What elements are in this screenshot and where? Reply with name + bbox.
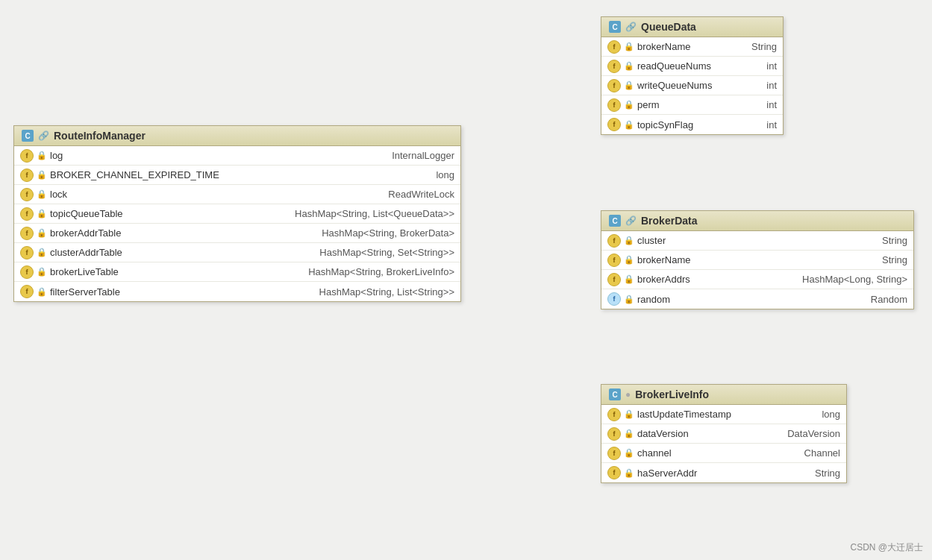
lock-icon-log: 🔒 <box>37 151 47 160</box>
li-channel: 🔒 <box>624 448 634 458</box>
li-brokername-bd: 🔒 <box>624 255 634 265</box>
field-icon-lock: f <box>20 188 34 201</box>
field-icon-broker-addr: f <box>20 227 34 240</box>
field-type-lock: ReadWriteLock <box>388 189 454 200</box>
fi-haserveraddr: f <box>607 466 621 479</box>
lock-icon-broker-channel: 🔒 <box>37 170 47 180</box>
li-haserveraddr: 🔒 <box>624 468 634 478</box>
li-random: 🔒 <box>624 295 634 304</box>
fn-writequeuenums: writeQueueNums <box>637 80 712 91</box>
ft-haserveraddr: String <box>815 468 840 479</box>
field-name-broker-live: brokerLiveTable <box>50 266 119 277</box>
broker-live-info-header: C ● BrokerLiveInfo <box>601 385 846 405</box>
broker-live-info-title: BrokerLiveInfo <box>635 388 709 400</box>
fn-brokername-qd: brokerName <box>637 41 691 52</box>
diagram-container: C 🔗 RouteInfoManager f 🔒 log InternalLog… <box>0 0 932 560</box>
field-icon-broker-live: f <box>20 265 34 279</box>
field-name-lock: lock <box>50 189 67 200</box>
field-row-brokername-bd: f 🔒 brokerName String <box>601 251 913 270</box>
field-row-brokeraddrs: f 🔒 brokerAddrs HashMap<Long, String> <box>601 270 913 289</box>
field-row-broker-addr: f 🔒 brokerAddrTable HashMap<String, Brok… <box>14 224 460 243</box>
field-row-lastupdatetimestamp: f 🔒 lastUpdateTimestamp long <box>601 405 846 424</box>
lock-icon-topic-queue: 🔒 <box>37 209 47 218</box>
li-brokername-qd: 🔒 <box>624 42 634 51</box>
field-icon-log: f <box>20 149 34 163</box>
field-name-broker-channel: BROKER_CHANNEL_EXPIRED_TIME <box>50 169 219 180</box>
li-dataversion: 🔒 <box>624 429 634 438</box>
fi-lastupdatetimestamp: f <box>607 408 621 421</box>
ft-dataversion: DataVersion <box>787 428 840 439</box>
fn-perm: perm <box>637 99 660 110</box>
field-row-broker-channel: f 🔒 BROKER_CHANNEL_EXPIRED_TIME long <box>14 166 460 185</box>
queue-data-title: QueueData <box>641 21 696 33</box>
fi-perm: f <box>607 98 621 112</box>
field-icon-cluster-addr: f <box>20 246 34 259</box>
field-type-log: InternalLogger <box>392 150 454 161</box>
field-row-brokername-qd: f 🔒 brokerName String <box>601 37 783 57</box>
li-perm: 🔒 <box>624 100 634 110</box>
link-icon-brokerdata: 🔗 <box>625 215 637 226</box>
lock-icon-filter-server: 🔒 <box>37 287 47 297</box>
li-cluster-bd: 🔒 <box>624 236 634 245</box>
lock-icon-lock: 🔒 <box>37 189 47 199</box>
ft-writequeuenums: int <box>766 80 777 91</box>
class-badge-queuedata: C <box>609 21 621 33</box>
field-row-filter-server: f 🔒 filterServerTable HashMap<String, Li… <box>14 282 460 301</box>
li-brokeraddrs: 🔒 <box>624 274 634 284</box>
field-row-lock: f 🔒 lock ReadWriteLock <box>14 185 460 204</box>
ft-lastupdatetimestamp: long <box>822 409 840 420</box>
field-row-random: f 🔒 random Random <box>601 289 913 309</box>
ft-readqueuenums: int <box>766 60 777 72</box>
field-icon-filter-server: f <box>20 285 34 298</box>
field-row-log: f 🔒 log InternalLogger <box>14 146 460 166</box>
field-name-broker-addr: brokerAddrTable <box>50 227 121 239</box>
field-row-writequeuenums: f 🔒 writeQueueNums int <box>601 76 783 95</box>
class-badge-brokerdata: C <box>609 215 621 227</box>
ft-brokername-qd: String <box>751 41 777 52</box>
link-icon-queuedata: 🔗 <box>625 22 637 32</box>
ft-topicsynflag: int <box>766 119 777 130</box>
field-type-broker-channel: long <box>436 169 454 180</box>
lock-icon-broker-live: 🔒 <box>37 267 47 277</box>
field-row-broker-live: f 🔒 brokerLiveTable HashMap<String, Brok… <box>14 262 460 282</box>
fn-cluster-bd: cluster <box>637 235 666 246</box>
li-writequeuenums: 🔒 <box>624 81 634 90</box>
li-lastupdatetimestamp: 🔒 <box>624 409 634 419</box>
broker-data-box: C 🔗 BrokerData f 🔒 cluster String f 🔒 br… <box>601 210 914 309</box>
fn-brokeraddrs: brokerAddrs <box>637 274 690 285</box>
field-name-filter-server: filterServerTable <box>50 286 120 298</box>
ft-cluster-bd: String <box>882 235 907 246</box>
field-row-perm: f 🔒 perm int <box>601 95 783 115</box>
fn-dataversion: dataVersion <box>637 428 689 439</box>
field-row-readqueuenums: f 🔒 readQueueNums int <box>601 57 783 76</box>
route-info-manager-title: RouteInfoManager <box>54 130 146 142</box>
fi-dataversion: f <box>607 427 621 441</box>
field-type-broker-live: HashMap<String, BrokerLiveInfo> <box>308 266 454 277</box>
field-name-cluster-addr: clusterAddrTable <box>50 247 122 258</box>
lock-icon-broker-addr: 🔒 <box>37 228 47 238</box>
fi-brokername-bd: f <box>607 254 621 267</box>
class-badge-brokerliveinfo: C <box>609 388 621 400</box>
ft-channel: Channel <box>804 447 840 459</box>
ft-brokername-bd: String <box>882 254 907 265</box>
field-type-topic-queue: HashMap<String, List<QueueData>> <box>295 208 454 219</box>
field-row-cluster-bd: f 🔒 cluster String <box>601 231 913 251</box>
field-name-topic-queue: topicQueueTable <box>50 208 123 219</box>
class-badge-c: C <box>22 130 34 142</box>
fi-random: f <box>607 292 621 306</box>
fi-channel: f <box>607 447 621 460</box>
fn-lastupdatetimestamp: lastUpdateTimestamp <box>637 409 731 420</box>
fi-brokername-qd: f <box>607 40 621 54</box>
field-type-filter-server: HashMap<String, List<String>> <box>319 286 454 298</box>
ft-brokeraddrs: HashMap<Long, String> <box>802 274 907 285</box>
field-row-cluster-addr: f 🔒 clusterAddrTable HashMap<String, Set… <box>14 243 460 262</box>
field-icon-topic-queue: f <box>20 207 34 221</box>
fi-cluster-bd: f <box>607 234 621 248</box>
fi-readqueuenums: f <box>607 60 621 73</box>
field-name-log: log <box>50 150 63 161</box>
fn-topicsynflag: topicSynFlag <box>637 119 693 130</box>
lock-icon-cluster-addr: 🔒 <box>37 248 47 257</box>
field-icon-broker-channel: f <box>20 169 34 182</box>
ft-perm: int <box>766 99 777 110</box>
fn-random: random <box>637 294 670 305</box>
